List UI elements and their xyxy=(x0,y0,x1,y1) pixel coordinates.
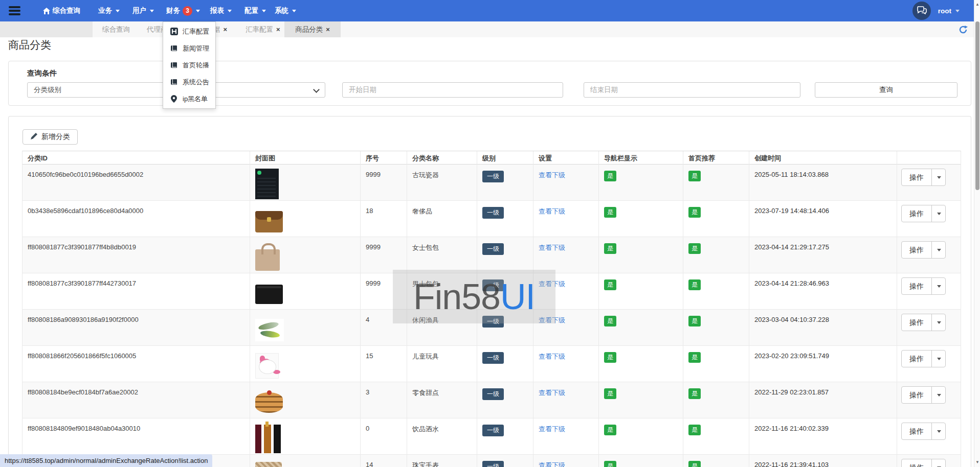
chevron-down-icon xyxy=(937,358,941,360)
tab-label: 汇率配置 xyxy=(246,26,273,33)
start-date-input[interactable]: 开始日期 xyxy=(342,82,563,98)
action-caret-button[interactable] xyxy=(931,169,945,185)
action-button[interactable]: 操作 xyxy=(901,314,946,331)
action-button-label: 操作 xyxy=(902,387,931,403)
action-button-label: 操作 xyxy=(902,278,931,294)
menu-item-label: 首页轮播 xyxy=(183,61,209,70)
refresh-icon[interactable] xyxy=(959,25,968,34)
nav-item-label: 业务 xyxy=(98,6,112,15)
action-caret-button[interactable] xyxy=(931,423,945,439)
view-sublevel-link[interactable]: 查看下级 xyxy=(539,171,565,179)
view-sublevel-link[interactable]: 查看下级 xyxy=(539,353,565,360)
nav-item-业务[interactable]: 业务 xyxy=(98,0,120,21)
nav-item-系统[interactable]: 系统 xyxy=(275,0,296,21)
nav-item-综合查询[interactable]: 综合查询 xyxy=(43,0,80,21)
action-button[interactable]: 操作 xyxy=(901,386,946,404)
view-sublevel-link[interactable]: 查看下级 xyxy=(539,207,565,215)
action-button-label: 操作 xyxy=(902,169,931,185)
thumbnail-image xyxy=(255,285,283,304)
action-caret-button[interactable] xyxy=(931,351,945,367)
close-icon[interactable]: × xyxy=(326,26,330,33)
scroll-up-arrow[interactable]: ▲ xyxy=(974,1,980,8)
nav-display-badge: 是 xyxy=(604,171,616,181)
chevron-down-icon xyxy=(937,321,941,324)
home-recommend-badge: 是 xyxy=(688,207,701,218)
sort-order: 9999 xyxy=(361,237,407,273)
home-icon xyxy=(43,8,50,14)
action-caret-button[interactable] xyxy=(931,242,945,258)
nav-item-财务[interactable]: 财务3 xyxy=(166,0,200,21)
end-date-input[interactable]: 结束日期 xyxy=(584,82,800,98)
chevron-down-icon xyxy=(228,10,232,12)
hamburger-menu-icon[interactable] xyxy=(9,6,20,15)
close-icon[interactable]: × xyxy=(276,26,280,33)
scroll-down-arrow[interactable]: ▼ xyxy=(974,459,980,466)
nav-display-badge: 是 xyxy=(604,425,616,435)
category-name: 女士包包 xyxy=(407,237,477,273)
created-time: 2023-04-14 21:28:46.963 xyxy=(749,273,897,310)
chat-button[interactable] xyxy=(912,2,931,20)
view-sublevel-link[interactable]: 查看下级 xyxy=(539,244,565,251)
action-button-label: 操作 xyxy=(902,351,931,367)
tab-综合查询[interactable]: 综合查询 xyxy=(102,21,130,37)
chevron-down-icon xyxy=(937,430,941,433)
watermark: Fin58UI xyxy=(393,270,555,323)
action-button[interactable]: 操作 xyxy=(901,241,946,259)
home-recommend-badge: 是 xyxy=(688,425,701,435)
action-button[interactable]: 操作 xyxy=(901,350,946,367)
nav-item-配置[interactable]: 配置 xyxy=(244,0,266,21)
tab-商品分类[interactable]: 商品分类× xyxy=(284,21,341,37)
nav-item-用户[interactable]: 用户 xyxy=(132,0,154,21)
created-time: 2022-11-16 21:40:02.339 xyxy=(749,418,897,455)
menu-item-新闻管理[interactable]: 新闻管理 xyxy=(163,40,215,57)
action-button[interactable]: 操作 xyxy=(901,459,946,467)
add-category-button[interactable]: 新增分类 xyxy=(23,129,78,145)
view-sublevel-link[interactable]: 查看下级 xyxy=(539,389,565,396)
action-button[interactable]: 操作 xyxy=(901,423,946,440)
action-caret-button[interactable] xyxy=(931,459,945,467)
menu-item-label: 新闻管理 xyxy=(183,44,209,53)
view-sublevel-link[interactable]: 查看下级 xyxy=(539,425,565,433)
home-recommend-badge: 是 xyxy=(688,461,701,467)
column-header: 封面图 xyxy=(250,151,361,165)
chevron-down-icon xyxy=(937,285,941,288)
user-menu[interactable]: root xyxy=(938,7,960,15)
action-caret-button[interactable] xyxy=(931,387,945,403)
action-button[interactable]: 操作 xyxy=(901,205,946,222)
chevron-down-icon xyxy=(937,394,941,396)
tab-汇率配置[interactable]: 汇率配置× xyxy=(246,21,280,37)
menu-item-系统公告[interactable]: 系统公告 xyxy=(163,74,215,90)
thumbnail-image xyxy=(255,425,281,453)
category-id: ff80808184809ef9018480ab04a30010 xyxy=(23,418,250,455)
home-recommend-badge: 是 xyxy=(688,352,701,363)
category-id: 0b3438e5896cdaf101896ce80d4a0000 xyxy=(23,201,250,237)
action-caret-button[interactable] xyxy=(931,205,945,222)
home-recommend-badge: 是 xyxy=(688,388,701,399)
query-panel: 查询条件 分类级别 开始日期 结束日期 查询 xyxy=(8,61,971,106)
action-caret-button[interactable] xyxy=(931,314,945,331)
level-badge: 一级 xyxy=(482,461,504,467)
category-name: 饮品酒水 xyxy=(407,418,477,455)
notification-badge: 3 xyxy=(183,6,192,16)
action-button[interactable]: 操作 xyxy=(901,169,946,186)
status-url-tooltip: https://tt8585.top/admin/normal/adminExc… xyxy=(0,454,212,467)
table-row: ff80808184be9ecf0184bf7a6ae20002 3 零食甜点 … xyxy=(23,382,961,418)
book-icon xyxy=(170,44,178,53)
nav-item-报表[interactable]: 报表 xyxy=(210,0,232,21)
action-caret-button[interactable] xyxy=(931,278,945,294)
view-sublevel-link[interactable]: 查看下级 xyxy=(539,461,565,467)
scrollbar-thumb[interactable] xyxy=(975,21,979,190)
vertical-scrollbar[interactable]: ▲ ▼ xyxy=(974,0,980,467)
column-header: 导航栏显示 xyxy=(599,151,683,165)
action-button[interactable]: 操作 xyxy=(901,277,946,295)
pencil-icon xyxy=(30,132,38,142)
menu-item-ip黑名单[interactable]: ip黑名单 xyxy=(163,90,215,107)
app-window: 综合查询业务用户财务3报表配置系统 root 综合查询代理商据×汇率配置×商品分… xyxy=(0,0,980,467)
tab-label: 综合查询 xyxy=(102,26,130,33)
created-time: 2022-11-16 21:39:41.103 xyxy=(749,455,897,467)
menu-item-首页轮播[interactable]: 首页轮播 xyxy=(163,57,215,74)
search-button[interactable]: 查询 xyxy=(815,82,957,98)
menu-item-汇率配置[interactable]: 汇率配置 xyxy=(163,23,215,40)
close-icon[interactable]: × xyxy=(224,26,228,33)
level-badge: 一级 xyxy=(482,171,504,182)
